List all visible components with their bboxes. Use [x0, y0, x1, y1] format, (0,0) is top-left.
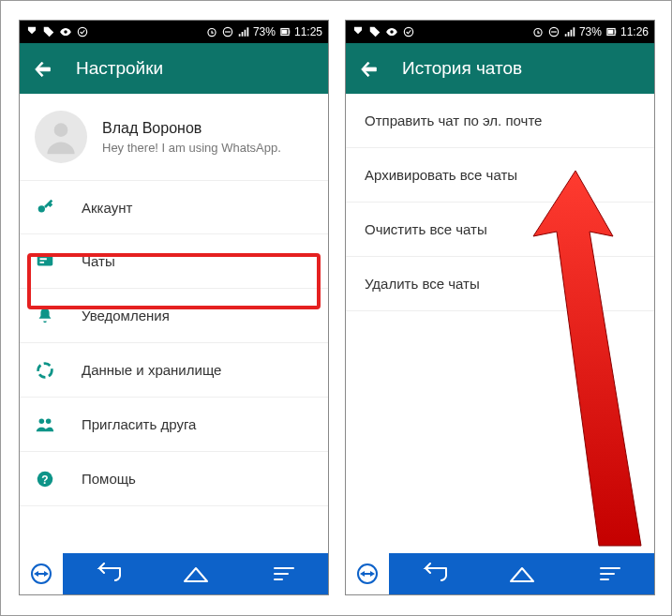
download-icon [351, 25, 365, 38]
svg-point-0 [78, 27, 86, 36]
history-item-archive[interactable]: Архивировать все чаты [346, 148, 654, 203]
settings-list: Аккаунт Чаты Уведомления Данные и хранил… [20, 180, 328, 506]
item-label: Архивировать все чаты [365, 167, 517, 183]
svg-point-6 [54, 123, 68, 137]
profile-status: Hey there! I am using WhatsApp. [102, 141, 281, 155]
sync-icon [76, 25, 89, 38]
battery-text: 73% [253, 25, 276, 38]
phone-screenshot-right: 73% 11:26 История чатов Отправить чат по… [345, 20, 655, 595]
back-nav-button[interactable] [92, 563, 126, 585]
statusbar: 73% 11:26 [346, 21, 654, 43]
home-nav-button[interactable] [505, 563, 539, 585]
item-label: Чаты [82, 253, 115, 269]
app-header: Настройки [20, 43, 328, 94]
download-icon [25, 25, 38, 38]
svg-point-11 [46, 418, 51, 424]
item-label: Данные и хранилище [82, 362, 221, 378]
svg-rect-19 [607, 30, 613, 35]
item-label: Аккаунт [82, 200, 132, 216]
chat-icon [35, 251, 55, 272]
settings-item-data-storage[interactable]: Данные и хранилище [20, 343, 328, 398]
settings-item-invite[interactable]: Пригласить друга [20, 398, 328, 452]
svg-point-15 [404, 27, 412, 36]
svg-text:?: ? [41, 473, 48, 486]
item-label: Очистить все чаты [365, 221, 487, 237]
key-icon [35, 197, 55, 218]
svg-point-9 [38, 363, 52, 377]
item-label: Отправить чат по эл. почте [365, 113, 542, 128]
svg-rect-5 [289, 30, 290, 34]
item-label: Помощь [82, 471, 136, 487]
settings-item-notifications[interactable]: Уведомления [20, 289, 328, 343]
bottom-nav [346, 553, 654, 594]
alarm-icon [205, 25, 218, 38]
tag-icon [368, 25, 381, 38]
people-icon [35, 414, 55, 435]
help-icon: ? [35, 469, 55, 489]
svg-rect-8 [37, 255, 53, 265]
svg-rect-20 [615, 30, 616, 34]
dnd-icon [221, 25, 234, 38]
battery-icon [605, 25, 618, 38]
item-label: Уведомления [82, 308, 170, 323]
settings-item-help[interactable]: ? Помощь [20, 452, 328, 506]
header-title: История чатов [402, 58, 522, 79]
svg-point-7 [38, 205, 45, 212]
chat-history-list: Отправить чат по эл. почте Архивировать … [346, 94, 654, 311]
back-nav-button[interactable] [418, 563, 452, 585]
clock-text: 11:25 [294, 25, 322, 38]
alarm-icon [531, 25, 545, 38]
bell-icon [35, 306, 55, 326]
history-item-delete[interactable]: Удалить все чаты [346, 257, 654, 311]
profile-name: Влад Воронов [102, 120, 281, 137]
sync-icon [402, 25, 415, 38]
svg-point-10 [39, 418, 45, 424]
teamviewer-icon[interactable] [346, 553, 391, 594]
statusbar: 73% 11:25 [20, 21, 328, 43]
svg-rect-4 [281, 30, 287, 35]
signal-icon [237, 25, 250, 38]
battery-icon [278, 25, 291, 38]
settings-item-chats[interactable]: Чаты [20, 234, 328, 289]
battery-text: 73% [579, 25, 602, 38]
settings-item-account[interactable]: Аккаунт [20, 180, 328, 234]
signal-icon [563, 25, 576, 38]
bottom-nav [20, 553, 328, 594]
recent-nav-button[interactable] [593, 563, 627, 585]
app-header: История чатов [346, 43, 654, 94]
tag-icon [42, 25, 55, 38]
teamviewer-icon[interactable] [20, 553, 65, 594]
data-icon [35, 360, 55, 381]
history-item-clear[interactable]: Очистить все чаты [346, 203, 654, 257]
history-item-email[interactable]: Отправить чат по эл. почте [346, 94, 654, 148]
header-title: Настройки [76, 58, 163, 79]
avatar [35, 111, 87, 163]
clock-text: 11:26 [620, 25, 649, 38]
home-nav-button[interactable] [179, 563, 213, 585]
dnd-icon [547, 25, 560, 38]
eye-icon [59, 25, 72, 38]
profile-row[interactable]: Влад Воронов Hey there! I am using Whats… [20, 94, 328, 180]
recent-nav-button[interactable] [267, 563, 301, 585]
phone-screenshot-left: 73% 11:25 Настройки Влад Воронов Hey the… [19, 20, 329, 595]
back-icon[interactable] [359, 58, 380, 79]
back-icon[interactable] [33, 58, 53, 79]
eye-icon [385, 25, 398, 38]
item-label: Пригласить друга [82, 416, 196, 432]
item-label: Удалить все чаты [365, 276, 480, 292]
